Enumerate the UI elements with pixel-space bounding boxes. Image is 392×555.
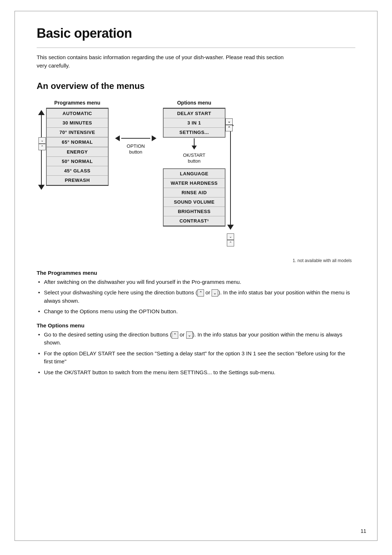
prog-item-energy: ENERGY bbox=[46, 147, 108, 157]
down-btn-inline: ⌄ bbox=[212, 289, 218, 297]
programmes-menu-label: Programmes menu bbox=[54, 100, 101, 106]
opt-item-delaystart: DELAY START bbox=[163, 109, 225, 118]
opt-item-rinseaid: RINSE AID bbox=[163, 188, 225, 197]
opt-bullet-3: Use the OK/START button to switch from t… bbox=[37, 368, 355, 377]
opt-item-brightness: BRIGHTNESS bbox=[163, 207, 225, 216]
options-section-heading: The Options menu bbox=[37, 322, 355, 328]
options-text-section: The Options menu Go to the desired setti… bbox=[37, 322, 355, 377]
prog-item-50normal: 50° NORMAL bbox=[46, 157, 108, 166]
opt-bottom-scroll-down-btn[interactable]: ⌄ bbox=[227, 233, 234, 240]
opt-scroll-up-btn[interactable]: ⌃ bbox=[225, 125, 233, 131]
opt-scroll-down-btn[interactable]: ⌄ bbox=[225, 118, 233, 125]
programmes-menu-box: AUTOMATIC 30 MINUTES 70° INTENSIVE ⌄ ⌃ 6… bbox=[46, 108, 109, 185]
opt-item-soundvolume: SOUND VOLUME bbox=[163, 197, 225, 207]
option-button-label: OPTION button bbox=[127, 143, 145, 156]
opt-item-settings: SETTINGS... bbox=[163, 128, 225, 137]
page-title: Basic operation bbox=[37, 26, 355, 41]
connector-area: OPTION button bbox=[109, 112, 163, 156]
section-heading: An overview of the menus bbox=[37, 81, 355, 91]
prog-item-65normal: 65° NORMAL bbox=[46, 137, 108, 147]
settings-arrow-tip bbox=[192, 146, 197, 150]
options-menu-wrapper: Options menu DELAY START 3 IN 1 ⌄ ⌃ SETT… bbox=[163, 100, 236, 246]
opt-item-3in1: 3 IN 1 ⌄ ⌃ bbox=[163, 118, 225, 128]
prog-item-30min: 30 MINUTES bbox=[46, 118, 108, 128]
prog-scroll-up-btn[interactable]: ⌃ bbox=[38, 144, 46, 150]
options-menu-column: Options menu DELAY START 3 IN 1 ⌄ ⌃ SETT… bbox=[163, 100, 225, 246]
opt-bottom-scroll-up-btn[interactable]: ⌃ bbox=[227, 240, 234, 246]
prog-item-45glass: 45° GLASS bbox=[46, 166, 108, 176]
up-btn-inline2: ⌃ bbox=[172, 331, 178, 339]
options-bullet-list: Go to the desired setting using the dire… bbox=[37, 331, 355, 377]
opt-item-language: LANGUAGE bbox=[163, 169, 225, 179]
prog-item-70intensive: 70° INTENSIVE bbox=[46, 128, 108, 137]
arrow-up-icon bbox=[38, 110, 45, 115]
opt-item-contrast: CONTRAST¹ bbox=[163, 216, 225, 226]
arrow-down-icon bbox=[38, 185, 45, 190]
settings-vert-line bbox=[194, 138, 195, 146]
programmes-section-heading: The Programmes menu bbox=[37, 270, 355, 276]
programmes-text-section: The Programmes menu After switching on t… bbox=[37, 270, 355, 316]
horiz-line bbox=[121, 138, 150, 139]
up-btn-inline: ⌃ bbox=[197, 289, 204, 297]
page: Basic operation This section contains ba… bbox=[15, 11, 377, 541]
prog-item-automatic: AUTOMATIC bbox=[46, 109, 108, 118]
options-menu-label: Options menu bbox=[177, 100, 211, 106]
arrow-left-icon bbox=[115, 135, 120, 141]
prog-bullet-3: Change to the Options menu using the OPT… bbox=[37, 307, 355, 316]
programmes-menu-wrapper: Programmes menu AUTOMATIC 30 MINUTES 70°… bbox=[37, 100, 109, 190]
prog-scroll-down-btn[interactable]: ⌄ bbox=[38, 137, 46, 144]
opt-bullet-2: For the option DELAY START see the secti… bbox=[37, 350, 355, 366]
horiz-arrows bbox=[115, 135, 156, 141]
programmes-bullet-list: After switching on the dishwasher you wi… bbox=[37, 278, 355, 316]
programmes-menu-column: Programmes menu AUTOMATIC 30 MINUTES 70°… bbox=[46, 100, 109, 190]
opt-item-waterhardness: WATER HARDNESS bbox=[163, 179, 225, 188]
prog-item-prewash: PREWASH bbox=[46, 176, 108, 185]
intro-text: This section contains basic information … bbox=[37, 53, 291, 70]
options-bottom-box: LANGUAGE WATER HARDNESS RINSE AID SOUND … bbox=[163, 168, 225, 226]
options-top-box: DELAY START 3 IN 1 ⌄ ⌃ SETTINGS... bbox=[163, 108, 225, 138]
opt-vert-arrow bbox=[227, 121, 234, 230]
opt-bullet-1: Go to the desired setting using the dire… bbox=[37, 331, 355, 347]
prog-bullet-2: Select your dishwashing cycle here using… bbox=[37, 289, 355, 305]
prog-bullet-1: After switching on the dishwasher you wi… bbox=[37, 278, 355, 286]
down-btn-inline2: ⌄ bbox=[186, 331, 193, 339]
diagram-area: Programmes menu AUTOMATIC 30 MINUTES 70°… bbox=[37, 100, 355, 246]
page-number: 11 bbox=[360, 528, 366, 534]
arrow-right-icon bbox=[152, 135, 156, 141]
opt-arrow-down-icon bbox=[227, 225, 234, 230]
footnote: 1. not available with all models bbox=[37, 258, 355, 263]
opt-arrow-line bbox=[230, 126, 231, 225]
ok-start-label: OK/START button bbox=[183, 152, 205, 164]
